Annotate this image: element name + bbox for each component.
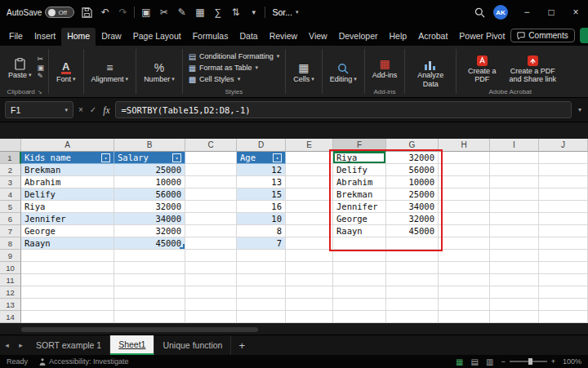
cell-j3[interactable] bbox=[539, 176, 588, 188]
cell-d14[interactable] bbox=[237, 311, 286, 323]
cell-h6[interactable] bbox=[439, 213, 490, 225]
cell-c7[interactable] bbox=[185, 225, 237, 237]
row-header-12[interactable]: 12 bbox=[0, 286, 21, 299]
paste-button[interactable]: Paste▾ bbox=[5, 55, 35, 80]
row-header-14[interactable]: 14 bbox=[0, 311, 21, 323]
cell-j11[interactable] bbox=[539, 274, 588, 286]
page-layout-view-icon[interactable]: ▤ bbox=[471, 357, 479, 366]
document-title[interactable]: Sor... ▾ bbox=[272, 7, 298, 17]
cell-g13[interactable] bbox=[386, 299, 439, 311]
cell-h7[interactable] bbox=[439, 225, 490, 237]
cell-a12[interactable] bbox=[21, 286, 114, 299]
share-button[interactable]: ↗ bbox=[580, 28, 588, 43]
cell-e6[interactable] bbox=[286, 213, 333, 225]
cell-c3[interactable] bbox=[185, 176, 237, 188]
ribbon-tab-insert[interactable]: Insert bbox=[29, 28, 61, 46]
cell-f10[interactable] bbox=[333, 262, 386, 274]
row-header-8[interactable]: 8 bbox=[0, 237, 21, 250]
page-break-view-icon[interactable]: ▥ bbox=[486, 357, 493, 366]
cell-e2[interactable] bbox=[286, 164, 333, 176]
cell-e10[interactable] bbox=[286, 262, 333, 274]
cell-g12[interactable] bbox=[386, 286, 439, 299]
cell-f1[interactable]: Riya bbox=[333, 152, 386, 164]
cell-g6[interactable]: 32000 bbox=[386, 213, 439, 225]
cell-g10[interactable] bbox=[386, 262, 439, 274]
cell-j10[interactable] bbox=[539, 262, 588, 274]
avatar[interactable]: AK bbox=[493, 5, 508, 20]
name-box[interactable]: F1 ▾ bbox=[5, 101, 74, 118]
zoom-slider-thumb[interactable] bbox=[528, 358, 532, 365]
cell-a9[interactable] bbox=[21, 250, 114, 262]
column-header-j[interactable]: J bbox=[539, 139, 588, 152]
row-header-11[interactable]: 11 bbox=[0, 274, 21, 286]
save-icon[interactable] bbox=[80, 3, 94, 21]
cell-d6[interactable]: 10 bbox=[237, 213, 286, 225]
cell-d5[interactable]: 16 bbox=[237, 201, 286, 213]
cells-button[interactable]: ▦ Cells▾ bbox=[290, 60, 318, 84]
cell-h11[interactable] bbox=[439, 274, 490, 286]
cell-f7[interactable]: Raayn bbox=[333, 225, 386, 237]
cell-b4[interactable]: 56000 bbox=[114, 188, 185, 201]
clipboard-icon[interactable]: ▣ bbox=[139, 3, 153, 21]
ribbon-tab-acrobat[interactable]: Acrobat bbox=[412, 28, 453, 46]
cell-f2[interactable]: Delify bbox=[333, 164, 386, 176]
row-header-13[interactable]: 13 bbox=[0, 299, 21, 311]
cell-i1[interactable] bbox=[490, 152, 539, 164]
cell-h3[interactable] bbox=[439, 176, 490, 188]
ribbon-tab-view[interactable]: View bbox=[303, 28, 333, 46]
cell-h5[interactable] bbox=[439, 201, 490, 213]
maximize-button[interactable]: □ bbox=[539, 0, 564, 24]
cell-a7[interactable]: George bbox=[21, 225, 114, 237]
cell-e7[interactable] bbox=[286, 225, 333, 237]
cell-e12[interactable] bbox=[286, 286, 333, 299]
cell-f6[interactable]: George bbox=[333, 213, 386, 225]
cell-i5[interactable] bbox=[490, 201, 539, 213]
cell-j7[interactable] bbox=[539, 225, 588, 237]
ribbon-tab-file[interactable]: File bbox=[3, 28, 29, 46]
cell-c14[interactable] bbox=[185, 311, 237, 323]
row-header-9[interactable]: 9 bbox=[0, 250, 21, 262]
cell-i8[interactable] bbox=[490, 237, 539, 250]
create-pdf-button[interactable]: Create a PDF bbox=[461, 51, 503, 85]
cell-d9[interactable] bbox=[237, 250, 286, 262]
addins-button[interactable]: ▦ Add-ins bbox=[369, 55, 401, 80]
cell-g8[interactable] bbox=[386, 237, 439, 250]
dialog-launcher-icon[interactable]: ↘ bbox=[38, 89, 42, 95]
cell-j4[interactable] bbox=[539, 188, 588, 201]
cell-h14[interactable] bbox=[439, 311, 490, 323]
cell-d1[interactable]: Age▾ bbox=[237, 152, 286, 164]
format-as-table-button[interactable]: ▦ Format as Table ▾ bbox=[187, 63, 282, 73]
editing-button[interactable]: Editing▾ bbox=[327, 60, 360, 84]
cell-g9[interactable] bbox=[386, 250, 439, 262]
cut-icon[interactable]: ✂ bbox=[157, 3, 171, 21]
expand-formula-bar-icon[interactable]: ▾ bbox=[577, 106, 583, 113]
cell-f13[interactable] bbox=[333, 299, 386, 311]
cell-g1[interactable]: 32000 bbox=[386, 152, 439, 164]
ribbon-tab-draw[interactable]: Draw bbox=[96, 28, 127, 46]
ribbon-tab-data[interactable]: Data bbox=[234, 28, 263, 46]
accessibility-status[interactable]: Accessibility: Investigate bbox=[39, 357, 129, 366]
cell-f9[interactable] bbox=[333, 250, 386, 262]
cell-i4[interactable] bbox=[490, 188, 539, 201]
cell-g4[interactable]: 25000 bbox=[386, 188, 439, 201]
cell-d11[interactable] bbox=[237, 274, 286, 286]
redo-icon[interactable]: ↷ bbox=[116, 3, 130, 21]
column-header-a[interactable]: A bbox=[21, 139, 114, 152]
minimize-button[interactable]: − bbox=[514, 0, 539, 24]
cell-h10[interactable] bbox=[439, 262, 490, 274]
horizontal-scrollbar[interactable] bbox=[21, 327, 258, 332]
cell-a3[interactable]: Abrahim bbox=[21, 176, 114, 188]
row-header-1[interactable]: 1 bbox=[0, 152, 21, 164]
cell-b3[interactable]: 10000 bbox=[114, 176, 185, 188]
cell-e5[interactable] bbox=[286, 201, 333, 213]
cell-b1[interactable]: Salary▾ bbox=[114, 152, 185, 164]
cell-d8[interactable]: 7 bbox=[237, 237, 286, 250]
cell-a4[interactable]: Delify bbox=[21, 188, 114, 201]
ribbon-tab-review[interactable]: Review bbox=[264, 28, 303, 46]
cell-j13[interactable] bbox=[539, 299, 588, 311]
column-header-c[interactable]: C bbox=[185, 139, 237, 152]
cell-g3[interactable]: 10000 bbox=[386, 176, 439, 188]
cell-i10[interactable] bbox=[490, 262, 539, 274]
cell-i9[interactable] bbox=[490, 250, 539, 262]
cell-e14[interactable] bbox=[286, 311, 333, 323]
